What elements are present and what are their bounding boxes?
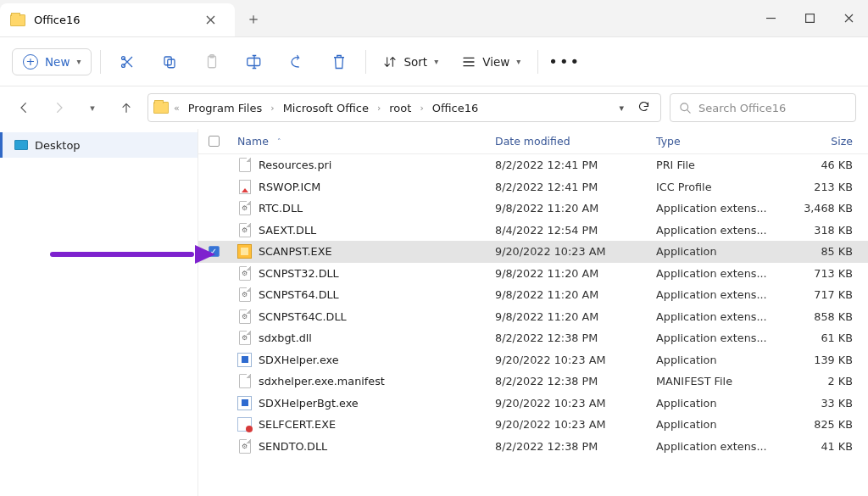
chevron-down-icon: ▾ bbox=[90, 103, 95, 114]
file-row[interactable]: SDXHelper.exe9/20/2022 10:23 AMApplicati… bbox=[198, 349, 868, 371]
desktop-icon bbox=[14, 140, 28, 150]
more-button[interactable]: ••• bbox=[547, 45, 582, 79]
back-button[interactable] bbox=[12, 92, 37, 123]
chevron-right-icon: › bbox=[377, 103, 381, 114]
address-bar[interactable]: « Program Files › Microsoft Office › roo… bbox=[147, 93, 661, 122]
file-date: 9/8/2022 11:20 AM bbox=[495, 267, 656, 280]
file-size: 41 KB bbox=[792, 440, 868, 453]
maximize-button[interactable] bbox=[790, 0, 829, 36]
column-header-date[interactable]: Date modified bbox=[495, 135, 656, 148]
file-name-cell: Resources.pri bbox=[229, 157, 495, 174]
file-type: Application bbox=[656, 354, 792, 366]
file-type: Application extens... bbox=[656, 440, 792, 453]
arrow-right-icon bbox=[52, 101, 65, 114]
file-row[interactable]: ⚙SCNPST64.DLL9/8/2022 11:20 AMApplicatio… bbox=[198, 284, 868, 306]
file-name: SCNPST64C.DLL bbox=[259, 310, 347, 323]
minimize-button[interactable] bbox=[751, 0, 790, 36]
file-date: 8/2/2022 12:41 PM bbox=[495, 159, 656, 171]
file-type: Application extens... bbox=[656, 310, 792, 323]
titlebar: Office16 ＋ bbox=[0, 0, 868, 37]
file-icon: ⚙ bbox=[237, 200, 252, 217]
file-type: Application bbox=[656, 245, 792, 258]
breadcrumb-prefix: « bbox=[174, 103, 180, 114]
sort-label: Sort bbox=[403, 55, 427, 69]
file-name-cell: ⚙SCNPST64.DLL bbox=[229, 287, 495, 304]
toolbar: + New ▾ Sort ▾ View ▾ ••• bbox=[0, 37, 868, 86]
file-row[interactable]: SDXHelperBgt.exe9/20/2022 10:23 AMApplic… bbox=[198, 393, 868, 415]
sort-icon bbox=[383, 55, 397, 69]
file-row[interactable]: ⚙SENDTO.DLL8/2/2022 12:38 PMApplication … bbox=[198, 436, 868, 458]
copy-button[interactable] bbox=[152, 45, 187, 79]
file-name: sdxbgt.dll bbox=[259, 332, 312, 344]
column-header-size[interactable]: Size bbox=[792, 135, 868, 148]
column-header-name[interactable]: Name˄ bbox=[229, 135, 495, 148]
rename-button[interactable] bbox=[236, 45, 272, 79]
new-tab-button[interactable]: ＋ bbox=[235, 0, 272, 36]
file-row[interactable]: SELFCERT.EXE9/20/2022 10:23 AMApplicatio… bbox=[198, 414, 868, 436]
close-window-button[interactable] bbox=[829, 0, 868, 36]
cut-button[interactable] bbox=[109, 45, 145, 79]
file-type: PRI File bbox=[656, 159, 792, 171]
file-name-cell: ⚙SENDTO.DLL bbox=[229, 437, 495, 454]
file-row[interactable]: ⚙SCNPST32.DLL9/8/2022 11:20 AMApplicatio… bbox=[198, 263, 868, 285]
trash-icon bbox=[331, 53, 347, 70]
tab-active[interactable]: Office16 bbox=[0, 3, 235, 36]
file-row[interactable]: ✓SCANPST.EXE9/20/2022 10:23 AMApplicatio… bbox=[198, 241, 868, 263]
view-dropdown[interactable]: View ▾ bbox=[453, 50, 529, 74]
tab-title: Office16 bbox=[34, 14, 81, 26]
column-header-type[interactable]: Type bbox=[656, 135, 792, 148]
search-placeholder: Search Office16 bbox=[698, 102, 786, 114]
file-type: Application extens... bbox=[656, 288, 792, 301]
folder-icon bbox=[153, 102, 169, 114]
file-row[interactable]: Resources.pri8/2/2022 12:41 PMPRI File46… bbox=[198, 154, 868, 176]
search-input[interactable]: Search Office16 bbox=[670, 93, 856, 122]
file-name-cell: ⚙SCNPST32.DLL bbox=[229, 265, 495, 281]
chevron-down-icon: ▾ bbox=[434, 57, 438, 66]
new-button[interactable]: + New ▾ bbox=[12, 48, 92, 75]
breadcrumb-segment[interactable]: Microsoft Office bbox=[280, 100, 372, 116]
select-all-checkbox[interactable] bbox=[198, 136, 229, 147]
toolbar-separator bbox=[100, 50, 101, 74]
column-headers: Name˄ Date modified Type Size bbox=[198, 129, 868, 154]
sidebar-item-desktop[interactable]: Desktop bbox=[0, 132, 198, 158]
file-type: Application extens... bbox=[656, 267, 792, 280]
recent-dropdown[interactable]: ▾ bbox=[80, 92, 105, 123]
file-row[interactable]: ⚙SAEXT.DLL8/4/2022 12:54 PMApplication e… bbox=[198, 220, 868, 242]
file-row[interactable]: RSWOP.ICM8/2/2022 12:41 PMICC Profile213… bbox=[198, 176, 868, 198]
paste-button[interactable] bbox=[194, 45, 230, 79]
file-size: 33 KB bbox=[792, 397, 868, 410]
file-row[interactable]: sdxhelper.exe.manifest8/2/2022 12:38 PMM… bbox=[198, 371, 868, 393]
plus-circle-icon: + bbox=[23, 54, 38, 70]
file-date: 9/20/2022 10:23 AM bbox=[495, 397, 656, 410]
share-button[interactable] bbox=[279, 45, 314, 79]
file-date: 8/2/2022 12:41 PM bbox=[495, 181, 656, 193]
refresh-button[interactable] bbox=[634, 100, 654, 115]
file-type: Application extens... bbox=[656, 202, 792, 215]
up-button[interactable] bbox=[114, 92, 139, 123]
file-row[interactable]: ⚙sdxbgt.dll8/2/2022 12:38 PMApplication … bbox=[198, 327, 868, 349]
file-type: ICC Profile bbox=[656, 181, 792, 193]
breadcrumb-segment[interactable]: Program Files bbox=[185, 100, 266, 116]
file-size: 85 KB bbox=[792, 245, 868, 258]
breadcrumb-segment[interactable]: root bbox=[386, 100, 415, 116]
file-date: 9/8/2022 11:20 AM bbox=[495, 310, 656, 323]
file-name-cell: SDXHelper.exe bbox=[229, 351, 495, 368]
breadcrumb-segment[interactable]: Office16 bbox=[429, 100, 482, 116]
delete-button[interactable] bbox=[321, 45, 357, 79]
close-tab-button[interactable] bbox=[199, 15, 223, 25]
sort-dropdown[interactable]: Sort ▾ bbox=[375, 50, 447, 74]
file-icon: ⚙ bbox=[237, 308, 252, 325]
row-checkbox[interactable]: ✓ bbox=[198, 246, 229, 257]
file-name: SCNPST64.DLL bbox=[259, 288, 339, 301]
file-row[interactable]: ⚙SCNPST64C.DLL9/8/2022 11:20 AMApplicati… bbox=[198, 306, 868, 328]
file-name: SDXHelperBgt.exe bbox=[259, 397, 359, 410]
file-size: 717 KB bbox=[792, 288, 868, 301]
file-icon: ⚙ bbox=[237, 437, 252, 454]
svg-rect-0 bbox=[805, 14, 814, 23]
address-history-dropdown[interactable]: ▾ bbox=[614, 103, 629, 114]
forward-button[interactable] bbox=[46, 92, 71, 123]
file-name-cell: SCANPST.EXE bbox=[229, 243, 495, 260]
file-name-cell: ⚙sdxbgt.dll bbox=[229, 330, 495, 347]
file-row[interactable]: ⚙RTC.DLL9/8/2022 11:20 AMApplication ext… bbox=[198, 198, 868, 220]
file-date: 8/2/2022 12:38 PM bbox=[495, 375, 656, 387]
